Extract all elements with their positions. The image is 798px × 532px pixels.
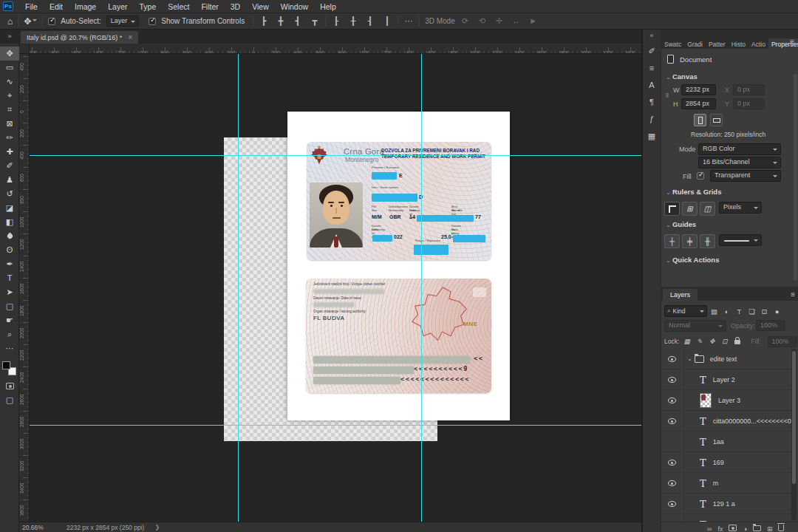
portrait-orientation-button[interactable] (694, 114, 706, 126)
brushes-panel-icon[interactable]: ✐ (644, 46, 659, 56)
lasso-tool[interactable]: ∿ (0, 75, 19, 89)
layer-row[interactable]: m (661, 473, 798, 494)
lock-artboard-icon[interactable]: ⊡ (720, 338, 729, 345)
tab-patterns[interactable]: Patter (706, 38, 729, 49)
tool-preset-icon[interactable]: ✥ (24, 16, 37, 27)
foreground-color-swatch[interactable] (2, 361, 10, 369)
layer-thumbnail[interactable] (700, 373, 706, 386)
landscape-orientation-button[interactable] (710, 114, 723, 126)
guide-vertical[interactable] (421, 54, 422, 522)
shape-tool[interactable]: ▢ (0, 299, 19, 313)
canvas-ruler-icon[interactable] (664, 202, 680, 216)
filter-adjustment-layers-icon[interactable]: ◐ (723, 307, 731, 316)
layer-filter-dropdown[interactable]: ⌕ Kind (664, 305, 707, 317)
link-dimensions-icon[interactable]: ∞ (664, 93, 671, 98)
filter-shape-layers-icon[interactable]: ❏ (748, 307, 756, 316)
zoom-level-field[interactable]: 20.66% (22, 524, 56, 531)
grid-icon[interactable]: ⊞ (682, 202, 698, 216)
guide-horizontal[interactable] (30, 425, 641, 426)
home-icon[interactable]: ⌂ (7, 16, 13, 27)
layers-menu-icon[interactable]: ≡ (791, 290, 795, 299)
tab-swatches[interactable]: Swatc (661, 38, 684, 49)
filter-smart-objects-icon[interactable]: ⊡ (760, 307, 768, 316)
edit-toolbar-icon[interactable]: ⋯ (0, 341, 19, 355)
path-selection-tool[interactable]: ➤ (0, 285, 19, 299)
layer-mask-icon[interactable] (729, 521, 737, 532)
brush-settings-panel-icon[interactable]: ≡ (644, 63, 659, 73)
new-layer-icon[interactable]: ⊞ (767, 521, 773, 532)
show-transform-checkbox[interactable] (149, 18, 156, 25)
lock-all-icon[interactable] (733, 338, 741, 346)
menu-type[interactable]: Type (133, 1, 162, 13)
properties-scrollbar[interactable] (794, 74, 797, 281)
object-selection-tool[interactable]: ⌖ (0, 89, 19, 103)
visibility-toggle[interactable] (667, 477, 683, 490)
lock-image-icon[interactable]: ✎ (695, 338, 703, 345)
quick-mask-icon[interactable] (0, 379, 19, 393)
pixel-grid-icon[interactable]: ◫ (700, 202, 715, 216)
layer-row[interactable]: 169 (661, 452, 798, 473)
ruler-origin-corner[interactable] (19, 44, 30, 54)
visibility-toggle[interactable] (667, 497, 683, 511)
distribute-right-icon[interactable]: ┨ (365, 16, 375, 26)
layer-thumbnail[interactable] (700, 435, 706, 449)
menu-image[interactable]: Image (69, 1, 102, 13)
eraser-tool[interactable]: ◪ (0, 201, 19, 215)
pen-tool[interactable]: ✒ (0, 257, 19, 271)
guides-section-header[interactable]: Guides (666, 220, 696, 228)
canvas-section-header[interactable]: Canvas (666, 72, 698, 81)
crop-tool[interactable]: ⌗ (0, 103, 19, 117)
horizontal-ruler[interactable]: 2000180016001400120010008006004002000200… (30, 44, 641, 54)
align-center-h-icon[interactable]: ╋ (276, 16, 286, 26)
canvas[interactable]: Crna Gora Montenegro DOZVOLA ZA PRIVREME… (30, 54, 641, 522)
dodge-tool[interactable]: ʘ (0, 243, 19, 257)
menu-edit[interactable]: Edit (44, 1, 69, 13)
link-layers-icon[interactable]: ∞ (707, 521, 712, 532)
collapse-toolbar-icon[interactable]: » (0, 30, 19, 44)
tab-gradients[interactable]: Gradi (684, 38, 706, 49)
auto-select-target-dropdown[interactable]: Layer (106, 16, 140, 27)
visibility-toggle[interactable] (667, 352, 683, 366)
menu-file[interactable]: File (19, 1, 44, 13)
layer-row[interactable]: Layer 3 (661, 390, 798, 411)
visibility-toggle[interactable] (667, 415, 683, 428)
lock-position-icon[interactable]: ✥ (708, 338, 716, 345)
history-brush-tool[interactable]: ↺ (0, 187, 19, 201)
layer-row[interactable]: Layer 2 (661, 369, 798, 390)
brush-tool[interactable]: ✐ (0, 159, 19, 173)
character-panel-icon[interactable]: A (644, 80, 659, 90)
layer-thumbnail[interactable] (700, 456, 706, 469)
height-field[interactable]: 2854 px (681, 98, 716, 109)
paragraph-panel-icon[interactable]: ¶ (644, 97, 659, 107)
filter-toggle-icon[interactable]: ● (773, 307, 781, 316)
fill-dropdown[interactable]: Transparent (710, 170, 781, 182)
layer-row[interactable]: 1aa (661, 432, 798, 452)
menu-view[interactable]: View (246, 1, 275, 13)
screen-mode-icon[interactable]: ▢ (0, 393, 19, 407)
menu-3d[interactable]: 3D (225, 1, 246, 13)
frame-tool[interactable]: ⊠ (0, 117, 19, 131)
tab-history[interactable]: Histo (729, 38, 748, 49)
menu-window[interactable]: Window (275, 1, 314, 13)
menu-select[interactable]: Select (162, 1, 195, 13)
clone-stamp-tool[interactable]: ♟ (0, 173, 19, 187)
layer-thumbnail[interactable] (700, 477, 706, 490)
align-right-icon[interactable]: ┫ (293, 16, 303, 26)
eyedropper-tool[interactable]: ✏ (0, 131, 19, 145)
lock-transparency-icon[interactable]: ▦ (683, 338, 691, 345)
adjustment-layer-icon[interactable]: ◑ (743, 521, 746, 532)
character-styles-panel-icon[interactable]: ▦ (644, 131, 659, 141)
fill-checkbox[interactable] (697, 172, 704, 180)
blur-tool[interactable] (0, 229, 19, 243)
layer-thumbnail[interactable] (700, 415, 706, 428)
panel-menu-icon[interactable]: ≡ (790, 38, 794, 46)
vertical-ruler[interactable]: 4002000200400600800100012001400160018002… (19, 54, 30, 522)
align-left-icon[interactable]: ┣ (259, 16, 269, 26)
marquee-tool[interactable]: ▭ (0, 61, 19, 75)
healing-brush-tool[interactable]: ✚ (0, 145, 19, 159)
menu-help[interactable]: Help (314, 1, 342, 13)
layer-thumbnail[interactable] (695, 355, 704, 363)
guide-style-dropdown[interactable] (719, 234, 762, 246)
guide-vertical[interactable] (238, 54, 239, 522)
more-options-icon[interactable]: ⋯ (403, 16, 414, 26)
